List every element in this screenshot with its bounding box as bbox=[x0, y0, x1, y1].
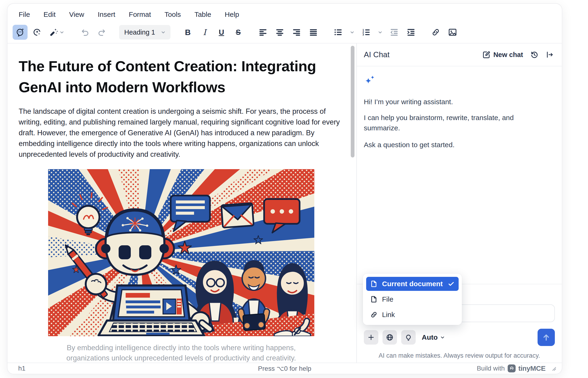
menu-view[interactable]: View bbox=[69, 11, 84, 18]
document-icon bbox=[370, 280, 378, 288]
greeting-line: I can help you brainstorm, rewrite, tran… bbox=[364, 113, 541, 133]
redo-button[interactable] bbox=[94, 25, 109, 40]
statusbar: h1 Press ⌥0 for help Build with tinyMCE bbox=[7, 363, 562, 374]
document-heading[interactable]: The Future of Content Creation: Integrat… bbox=[19, 56, 344, 98]
menu-table[interactable]: Table bbox=[195, 11, 211, 18]
align-center-button[interactable] bbox=[272, 25, 287, 40]
chat-history-button[interactable] bbox=[530, 51, 538, 59]
align-center-icon bbox=[275, 27, 284, 37]
svg-text:3: 3 bbox=[363, 33, 364, 36]
greeting-line: Hi! I’m your writing assistant. bbox=[364, 97, 555, 107]
align-justify-button[interactable] bbox=[306, 25, 321, 40]
image-icon bbox=[448, 27, 457, 37]
document-illustration[interactable] bbox=[48, 169, 314, 336]
menubar: File Edit View Insert Format Tools Table… bbox=[7, 4, 562, 22]
bold-button[interactable]: B bbox=[180, 25, 195, 40]
menu-item-link[interactable]: Link bbox=[366, 308, 459, 322]
ai-shortcuts-button[interactable] bbox=[29, 25, 44, 40]
attach-button[interactable] bbox=[364, 330, 378, 345]
bullet-list-options-button[interactable] bbox=[347, 25, 357, 40]
collapse-panel-button[interactable] bbox=[546, 51, 554, 59]
outdent-icon bbox=[390, 27, 399, 37]
new-chat-label: New chat bbox=[493, 51, 523, 59]
menu-item-label: Link bbox=[382, 311, 395, 319]
menu-format[interactable]: Format bbox=[129, 11, 151, 18]
ai-rewrite-button[interactable] bbox=[46, 25, 68, 40]
collapse-right-icon bbox=[546, 51, 554, 59]
align-left-button[interactable] bbox=[255, 25, 270, 40]
document-paragraph[interactable]: The landscape of digital content creatio… bbox=[19, 106, 344, 160]
main-area: The Future of Content Creation: Integrat… bbox=[7, 43, 562, 363]
element-path[interactable]: h1 bbox=[18, 365, 26, 372]
outdent-button[interactable] bbox=[387, 25, 402, 40]
menu-help[interactable]: Help bbox=[225, 11, 239, 18]
help-shortcut-hint: Press ⌥0 for help bbox=[258, 363, 311, 374]
chat-messages: Hi! I’m your writing assistant. I can he… bbox=[357, 66, 562, 284]
ai-chat-panel: AI Chat New chat bbox=[357, 43, 562, 363]
brand-name: tinyMCE bbox=[518, 364, 546, 372]
link-icon bbox=[431, 27, 440, 37]
align-left-icon bbox=[258, 27, 268, 37]
send-button[interactable] bbox=[537, 329, 555, 346]
align-right-button[interactable] bbox=[289, 25, 304, 40]
italic-label: I bbox=[203, 27, 206, 37]
menu-edit[interactable]: Edit bbox=[43, 11, 56, 18]
ai-chat-toggle-button[interactable] bbox=[13, 25, 27, 40]
menu-tools[interactable]: Tools bbox=[165, 11, 181, 18]
check-icon bbox=[447, 280, 455, 288]
block-format-value: Heading 1 bbox=[124, 28, 155, 36]
chevron-down-icon bbox=[160, 29, 166, 35]
branding: Build with tinyMCE bbox=[477, 364, 557, 372]
strikethrough-button[interactable]: S bbox=[231, 25, 246, 40]
ai-sparkles-icon bbox=[364, 74, 376, 86]
undo-button[interactable] bbox=[78, 25, 92, 40]
chevron-down-icon bbox=[349, 29, 355, 35]
underline-label: U bbox=[219, 28, 224, 37]
file-icon bbox=[370, 295, 378, 303]
undo-icon bbox=[80, 27, 90, 37]
resize-handle[interactable] bbox=[551, 365, 557, 371]
new-chat-button[interactable]: New chat bbox=[482, 51, 523, 59]
globe-icon bbox=[386, 333, 394, 341]
indent-button[interactable] bbox=[404, 25, 418, 40]
editor-scrollbar[interactable] bbox=[351, 46, 354, 158]
ai-disclaimer: AI can make mistakes. Always review outp… bbox=[364, 352, 555, 363]
block-format-select[interactable]: Heading 1 bbox=[119, 25, 170, 40]
new-chat-icon bbox=[482, 51, 491, 59]
align-justify-icon bbox=[309, 27, 318, 37]
menu-insert[interactable]: Insert bbox=[98, 11, 115, 18]
chat-header: AI Chat New chat bbox=[357, 43, 562, 66]
chat-title: AI Chat bbox=[364, 50, 390, 59]
menu-item-current-document[interactable]: Current document bbox=[366, 277, 459, 291]
link-icon bbox=[370, 311, 378, 319]
magic-wand-icon bbox=[49, 27, 58, 37]
indent-icon bbox=[406, 27, 416, 37]
italic-button[interactable]: I bbox=[197, 25, 212, 40]
plus-icon bbox=[367, 333, 375, 341]
editor-content-area[interactable]: The Future of Content Creation: Integrat… bbox=[7, 43, 356, 363]
menu-file[interactable]: File bbox=[19, 11, 30, 18]
numbered-list-options-button[interactable] bbox=[376, 25, 385, 40]
ai-chat-icon bbox=[15, 27, 25, 37]
underline-button[interactable]: U bbox=[214, 25, 229, 40]
numbered-list-icon: 123 bbox=[362, 27, 371, 37]
web-search-button[interactable] bbox=[382, 330, 397, 345]
menu-item-file[interactable]: File bbox=[366, 292, 459, 306]
model-selector-value: Auto bbox=[422, 333, 438, 341]
insert-image-button[interactable] bbox=[445, 25, 460, 40]
suggestions-button[interactable] bbox=[401, 330, 416, 345]
bullet-list-icon bbox=[333, 27, 343, 37]
document-figure[interactable]: By embedding intelligence directly into … bbox=[48, 169, 314, 363]
ai-sparkle-circle-icon bbox=[32, 27, 41, 37]
lightbulb-icon bbox=[405, 333, 412, 341]
image-caption[interactable]: By embedding intelligence directly into … bbox=[48, 343, 314, 363]
bold-label: B bbox=[185, 28, 191, 37]
bullet-list-button[interactable] bbox=[331, 25, 346, 40]
link-button[interactable] bbox=[428, 25, 443, 40]
model-selector[interactable]: Auto bbox=[422, 333, 445, 341]
menu-item-label: Current document bbox=[382, 280, 443, 288]
numbered-list-button[interactable]: 123 bbox=[359, 25, 374, 40]
chevron-down-icon bbox=[377, 29, 383, 35]
greeting-line: Ask a question to get started. bbox=[364, 140, 555, 150]
chevron-down-icon bbox=[59, 29, 65, 35]
